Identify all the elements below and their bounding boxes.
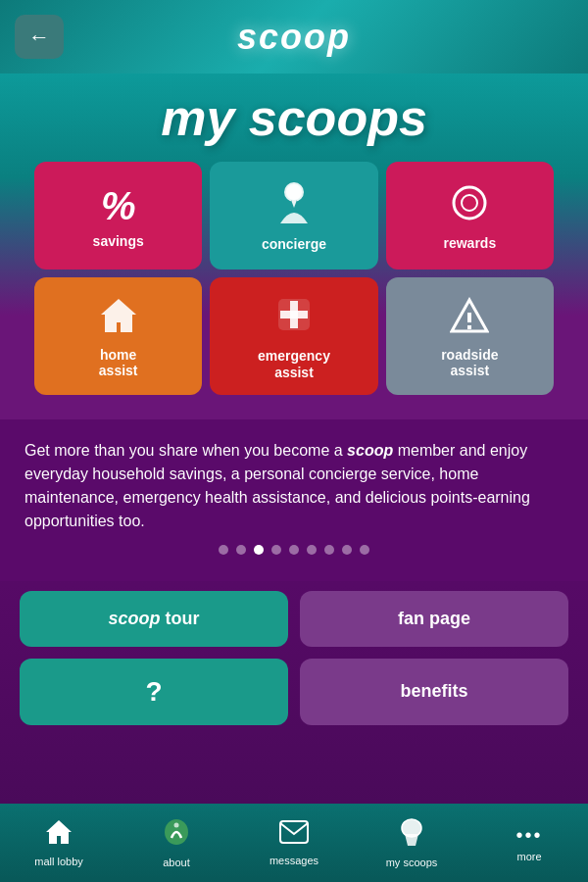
svg-marker-6	[101, 299, 136, 332]
more-label: more	[516, 851, 541, 862]
scoop-tour-button[interactable]: scoop tour	[20, 591, 288, 647]
svg-rect-11	[467, 313, 471, 322]
my-scoops-icon	[398, 818, 425, 853]
action-buttons: scoop tour fan page ? benefits	[0, 581, 588, 735]
roadside-assist-icon	[450, 297, 489, 339]
dot-8[interactable]	[342, 545, 352, 555]
scoop-tour-label: scoop tour	[108, 609, 199, 629]
nav-mall-lobby[interactable]: mall lobby	[0, 819, 118, 867]
home-assist-label: homeassist	[99, 347, 138, 380]
benefits-label: benefits	[400, 681, 467, 702]
tile-emergency-assist[interactable]: emergencyassist	[210, 277, 377, 395]
svg-marker-13	[46, 820, 72, 844]
svg-rect-12	[467, 325, 471, 329]
dot-6[interactable]	[307, 545, 317, 555]
dot-4[interactable]	[271, 545, 281, 555]
dot-7[interactable]	[324, 545, 334, 555]
savings-label: savings	[93, 233, 144, 250]
about-label: about	[163, 857, 190, 868]
svg-point-4	[454, 187, 485, 219]
svg-point-3	[286, 184, 302, 200]
dot-3[interactable]	[254, 545, 264, 555]
back-button[interactable]: ←	[15, 15, 64, 59]
home-assist-icon	[99, 297, 138, 339]
question-icon: ?	[145, 676, 162, 708]
app-logo: scoop	[237, 17, 351, 58]
dot-5[interactable]	[289, 545, 299, 555]
tile-rewards[interactable]: rewards	[386, 162, 554, 270]
nav-about[interactable]: about	[118, 818, 235, 868]
emergency-assist-icon	[274, 295, 314, 340]
nav-more[interactable]: ••• more	[470, 824, 588, 862]
my-scoops-label: my scoops	[386, 857, 438, 868]
nav-messages[interactable]: messages	[235, 820, 353, 866]
fan-page-label: fan page	[398, 609, 470, 629]
mall-lobby-label: mall lobby	[34, 856, 83, 867]
concierge-icon	[275, 182, 313, 228]
svg-point-5	[462, 195, 477, 211]
mall-lobby-icon	[45, 819, 73, 852]
question-button[interactable]: ?	[20, 659, 288, 725]
page-title: my scoops	[20, 88, 568, 147]
top-section: my scoops % savings	[0, 74, 588, 419]
description-area: Get more than you share when you become …	[0, 419, 588, 581]
fan-page-button[interactable]: fan page	[300, 591, 568, 647]
dot-2[interactable]	[236, 545, 246, 555]
messages-label: messages	[270, 855, 318, 866]
concierge-label: concierge	[262, 236, 326, 253]
description-text: Get more than you share when you become …	[24, 439, 564, 533]
benefits-button[interactable]: benefits	[300, 659, 568, 725]
app-header: ← scoop	[0, 0, 588, 74]
about-icon	[164, 818, 189, 853]
svg-rect-16	[280, 821, 308, 843]
nav-my-scoops[interactable]: my scoops	[353, 818, 470, 868]
back-arrow-icon: ←	[28, 24, 50, 50]
tile-roadside-assist[interactable]: roadsideassist	[386, 277, 554, 395]
tile-grid: % savings concierge	[20, 162, 568, 395]
roadside-assist-label: roadsideassist	[441, 347, 498, 380]
svg-rect-9	[280, 311, 308, 318]
tile-savings[interactable]: % savings	[34, 162, 202, 270]
pagination-dots	[24, 533, 564, 566]
svg-point-15	[174, 822, 179, 827]
dot-1[interactable]	[219, 545, 228, 555]
tile-concierge[interactable]: concierge	[210, 162, 377, 270]
bottom-nav: mall lobby about messages	[0, 804, 588, 882]
emergency-assist-label: emergencyassist	[258, 348, 330, 381]
messages-icon	[279, 820, 309, 851]
rewards-icon	[450, 183, 489, 227]
savings-icon: %	[101, 186, 136, 225]
main-content: my scoops % savings	[0, 74, 588, 804]
rewards-label: rewards	[443, 235, 496, 252]
dot-9[interactable]	[360, 545, 369, 555]
tile-home-assist[interactable]: homeassist	[34, 277, 202, 395]
more-icon: •••	[515, 824, 542, 847]
